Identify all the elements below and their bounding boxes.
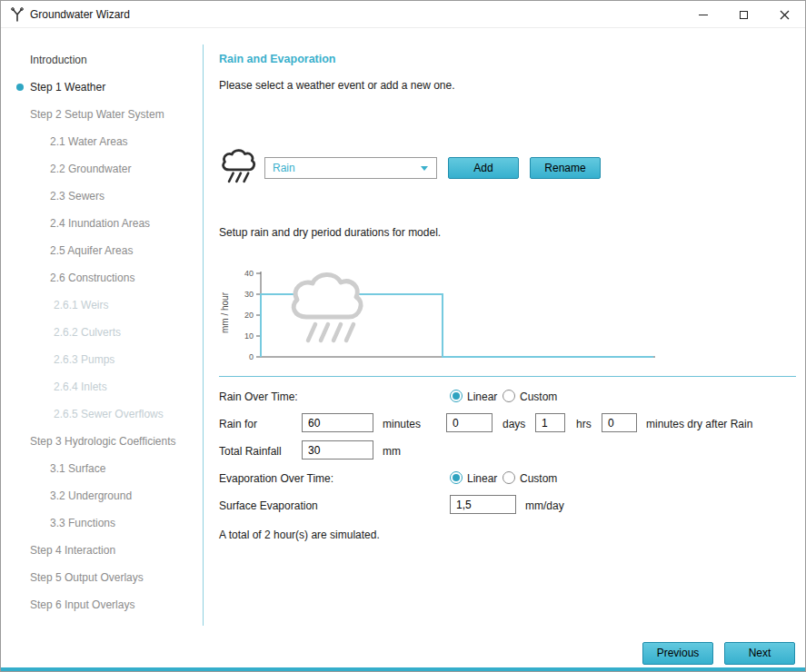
- svg-text:10: 10: [244, 331, 254, 341]
- maximize-icon: [740, 11, 748, 19]
- sidebar-item-3-3-functions[interactable]: 3.3 Functions: [15, 509, 197, 537]
- evaporation-over-time-label: Evaporation Over Time:: [219, 472, 333, 485]
- minutes-unit-label: minutes: [383, 418, 421, 430]
- weather-event-selected-value: Rain: [273, 162, 295, 174]
- rain-profile-chart: 40 30 20 10 0: [219, 262, 673, 370]
- chevron-down-icon: [421, 166, 428, 171]
- sidebar-item-2-6-3-pumps[interactable]: 2.6.3 Pumps: [15, 346, 197, 373]
- rain-linear-label: Linear: [467, 390, 497, 403]
- sidebar-item-2-6-4-inlets[interactable]: 2.6.4 Inlets: [15, 373, 197, 400]
- sidebar-item-step5-output-overlays[interactable]: Step 5 Output Overlays: [15, 564, 197, 591]
- hrs-unit-label: hrs: [576, 418, 592, 430]
- simulation-summary-text: A total of 2 hour(s) are simulated.: [219, 529, 380, 541]
- dry-minutes-input[interactable]: [602, 413, 637, 432]
- sidebar-item-2-6-constructions[interactable]: 2.6 Constructions: [15, 264, 197, 292]
- sidebar-item-step1-weather[interactable]: Step 1 Weather: [15, 74, 197, 101]
- sidebar-divider: [203, 44, 204, 626]
- maximize-button[interactable]: [723, 1, 764, 28]
- sidebar-item-step4-interaction[interactable]: Step 4 Interaction: [15, 537, 197, 564]
- surface-evaporation-input[interactable]: [450, 495, 516, 514]
- sidebar-item-step6-input-overlays[interactable]: Step 6 Input Overlays: [15, 591, 197, 618]
- surface-evaporation-label: Surface Evaporation: [219, 499, 318, 512]
- sidebar-item-3-1-surface[interactable]: 3.1 Surface: [15, 455, 197, 482]
- svg-text:30: 30: [244, 290, 254, 299]
- sidebar-item-2-6-1-weirs[interactable]: 2.6.1 Weirs: [15, 292, 197, 319]
- mm-day-unit-label: mm/day: [525, 499, 564, 512]
- rename-button[interactable]: Rename: [530, 157, 601, 179]
- setup-text: Setup rain and dry period durations for …: [219, 226, 441, 239]
- evap-custom-label: Custom: [520, 472, 557, 485]
- rain-for-label: Rain for: [219, 418, 257, 430]
- rain-custom-label: Custom: [520, 390, 557, 403]
- svg-text:40: 40: [244, 269, 254, 278]
- rain-linear-radio[interactable]: [450, 390, 463, 402]
- sidebar-item-2-2-groundwater[interactable]: 2.2 Groundwater: [15, 155, 197, 183]
- sidebar-item-label: Step 1 Weather: [30, 81, 105, 94]
- intro-text: Please select a weather event or add a n…: [219, 79, 455, 92]
- add-button[interactable]: Add: [448, 157, 519, 179]
- bottom-accent-strip: [1, 667, 805, 672]
- evap-linear-label: Linear: [467, 472, 497, 485]
- close-button[interactable]: [764, 1, 805, 28]
- window-controls: [682, 1, 805, 28]
- next-button[interactable]: Next: [724, 642, 795, 665]
- evap-linear-radio[interactable]: [450, 471, 463, 484]
- rain-for-input[interactable]: [302, 413, 373, 432]
- wizard-steps-sidebar: Introduction Step 1 Weather Step 2 Setup…: [15, 46, 197, 618]
- sidebar-item-3-2-underground[interactable]: 3.2 Underground: [15, 482, 197, 509]
- rain-cloud-icon: [219, 147, 261, 187]
- sidebar-item-2-5-aquifer-areas[interactable]: 2.5 Aquifer Areas: [15, 237, 197, 264]
- sidebar-item-step3-hydrologic-coefficients[interactable]: Step 3 Hydrologic Coefficients: [15, 428, 197, 455]
- evap-custom-radio[interactable]: [503, 471, 515, 484]
- window-title: Groundwater Wizard: [30, 8, 130, 21]
- groundwater-wizard-window: Groundwater Wizard Introduction Step 1 W…: [0, 0, 806, 672]
- days-unit-label: days: [503, 418, 525, 430]
- page-title: Rain and Evaporation: [219, 53, 336, 65]
- total-rainfall-input[interactable]: [302, 440, 373, 460]
- dry-minutes-label: minutes dry after Rain: [646, 418, 752, 430]
- sidebar-item-2-3-sewers[interactable]: 2.3 Sewers: [15, 183, 197, 210]
- svg-text:0: 0: [249, 352, 254, 361]
- section-divider: [219, 376, 796, 377]
- chart-cloud-icon: [294, 274, 361, 341]
- sidebar-item-2-6-2-culverts[interactable]: 2.6.2 Culverts: [15, 319, 197, 346]
- minimize-icon: [699, 15, 708, 15]
- total-rainfall-label: Total Rainfall: [219, 445, 282, 458]
- close-icon: [780, 10, 790, 20]
- sidebar-item-step2-setup-water-system[interactable]: Step 2 Setup Water System: [15, 101, 197, 128]
- dry-days-input[interactable]: [446, 413, 493, 432]
- title-bar: Groundwater Wizard: [1, 1, 805, 28]
- rain-custom-radio[interactable]: [503, 390, 515, 402]
- svg-text:20: 20: [244, 311, 254, 320]
- minimize-button[interactable]: [682, 1, 723, 28]
- sidebar-item-introduction[interactable]: Introduction: [15, 46, 197, 74]
- previous-button[interactable]: Previous: [642, 642, 713, 665]
- weather-event-select[interactable]: Rain: [264, 157, 437, 179]
- chart-tick-labels: 40 30 20 10 0: [244, 269, 254, 361]
- app-icon: [10, 7, 25, 22]
- sidebar-item-2-4-inundation-areas[interactable]: 2.4 Inundation Areas: [15, 210, 197, 237]
- sidebar-item-2-6-5-sewer-overflows[interactable]: 2.6.5 Sewer Overflows: [15, 400, 197, 428]
- active-step-bullet-icon: [16, 84, 24, 91]
- sidebar-item-2-1-water-areas[interactable]: 2.1 Water Areas: [15, 128, 197, 155]
- rain-over-time-label: Rain Over Time:: [219, 390, 298, 403]
- dry-hrs-input[interactable]: [535, 413, 565, 432]
- mm-unit-label: mm: [383, 445, 401, 458]
